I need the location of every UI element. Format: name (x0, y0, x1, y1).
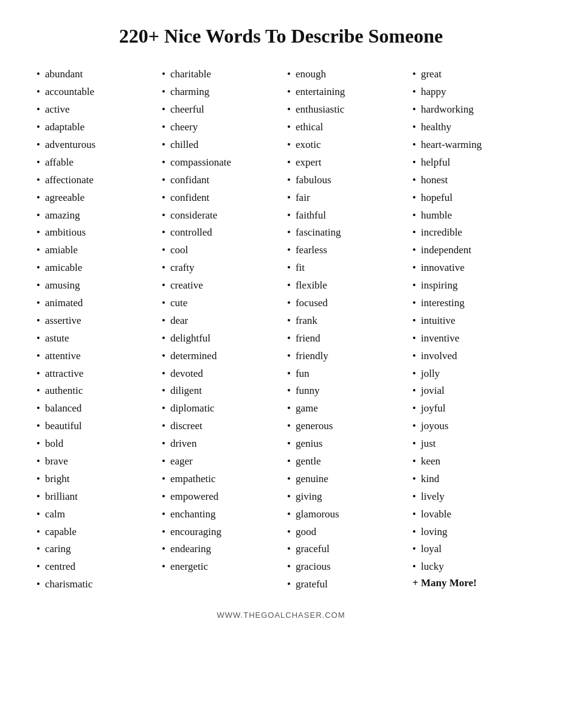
list-item: authentic (36, 382, 150, 400)
page-title: 220+ Nice Words To Describe Someone (30, 24, 532, 47)
list-item: just (412, 435, 526, 453)
list-item: loyal (412, 541, 526, 558)
list-item: graceful (287, 541, 400, 558)
list-item: amiable (36, 242, 150, 259)
list-item: empathetic (162, 471, 275, 488)
list-item: hopeful (412, 189, 526, 207)
list-item: driven (162, 435, 275, 453)
list-item: accountable (36, 83, 150, 101)
list-item: jolly (412, 365, 526, 383)
list-item: interesting (412, 295, 526, 312)
list-item: friendly (287, 348, 400, 365)
list-item: gracious (287, 558, 400, 576)
list-item: compassionate (162, 154, 275, 172)
list-item: glamorous (287, 506, 400, 523)
list-item: agreeable (36, 189, 150, 207)
list-item: bright (36, 471, 150, 488)
list-item: fit (287, 259, 400, 277)
word-list-4: greathappyhardworkinghealthyheart-warmin… (412, 66, 526, 576)
list-item: diplomatic (162, 400, 275, 418)
list-item: cheerful (162, 101, 275, 119)
column-1: abundantaccountableactiveadaptableadvent… (30, 66, 156, 593)
list-item: fabulous (287, 172, 400, 189)
list-item: confidant (162, 172, 275, 189)
list-item: cheery (162, 119, 275, 136)
list-item: amusing (36, 277, 150, 295)
list-item: amicable (36, 259, 150, 277)
list-item: hardworking (412, 101, 526, 119)
column-4: greathappyhardworkinghealthyheart-warmin… (406, 66, 532, 593)
list-item: enchanting (162, 506, 275, 523)
list-item: bold (36, 435, 150, 453)
list-item: funny (287, 382, 400, 400)
word-list-2: charitablecharmingcheerfulcheerychilledc… (162, 66, 275, 576)
list-item: happy (412, 83, 526, 101)
list-item: centred (36, 558, 150, 576)
list-item: game (287, 400, 400, 418)
columns-container: abundantaccountableactiveadaptableadvent… (30, 66, 532, 593)
list-item: generous (287, 418, 400, 435)
list-item: keen (412, 453, 526, 471)
list-item: charming (162, 83, 275, 101)
list-item: discreet (162, 418, 275, 435)
list-item: charitable (162, 66, 275, 83)
list-item: inspiring (412, 277, 526, 295)
list-item: ambitious (36, 224, 150, 242)
list-item: balanced (36, 400, 150, 418)
list-item: fascinating (287, 224, 400, 242)
list-item: chilled (162, 136, 275, 154)
list-item: endearing (162, 541, 275, 558)
list-item: involved (412, 348, 526, 365)
list-item: adaptable (36, 119, 150, 136)
list-item: lively (412, 488, 526, 506)
list-item: abundant (36, 66, 150, 83)
list-item: affable (36, 154, 150, 172)
list-item: lovable (412, 506, 526, 523)
list-item: delightful (162, 330, 275, 348)
list-item: frank (287, 312, 400, 330)
list-item: expert (287, 154, 400, 172)
list-item: joyous (412, 418, 526, 435)
list-item: assertive (36, 312, 150, 330)
list-item: enthusiastic (287, 101, 400, 119)
list-item: joyful (412, 400, 526, 418)
list-item: exotic (287, 136, 400, 154)
list-item: inventive (412, 330, 526, 348)
list-item: faithful (287, 207, 400, 225)
list-item: creative (162, 277, 275, 295)
list-item: good (287, 523, 400, 541)
column-3: enoughentertainingenthusiasticethicalexo… (281, 66, 406, 593)
list-item: devoted (162, 365, 275, 383)
list-item: independent (412, 242, 526, 259)
list-item: brave (36, 453, 150, 471)
list-item: flexible (287, 277, 400, 295)
list-item: confident (162, 189, 275, 207)
list-item: fair (287, 189, 400, 207)
list-item: enough (287, 66, 400, 83)
list-item: ethical (287, 119, 400, 136)
list-item: capable (36, 523, 150, 541)
list-item: jovial (412, 382, 526, 400)
list-item: considerate (162, 207, 275, 225)
list-item: fearless (287, 242, 400, 259)
list-item: determined (162, 348, 275, 365)
list-item: fun (287, 365, 400, 383)
list-item: attentive (36, 348, 150, 365)
list-item: animated (36, 295, 150, 312)
list-item: charismatic (36, 576, 150, 593)
list-item: controlled (162, 224, 275, 242)
list-item: active (36, 101, 150, 119)
list-item: great (412, 66, 526, 83)
list-item: genuine (287, 471, 400, 488)
list-item: cool (162, 242, 275, 259)
list-item: giving (287, 488, 400, 506)
list-item: loving (412, 523, 526, 541)
list-item: heart-warming (412, 136, 526, 154)
list-item: humble (412, 207, 526, 225)
list-item: friend (287, 330, 400, 348)
list-item: calm (36, 506, 150, 523)
list-item: grateful (287, 576, 400, 593)
list-item: genius (287, 435, 400, 453)
list-item: eager (162, 453, 275, 471)
list-item: brilliant (36, 488, 150, 506)
